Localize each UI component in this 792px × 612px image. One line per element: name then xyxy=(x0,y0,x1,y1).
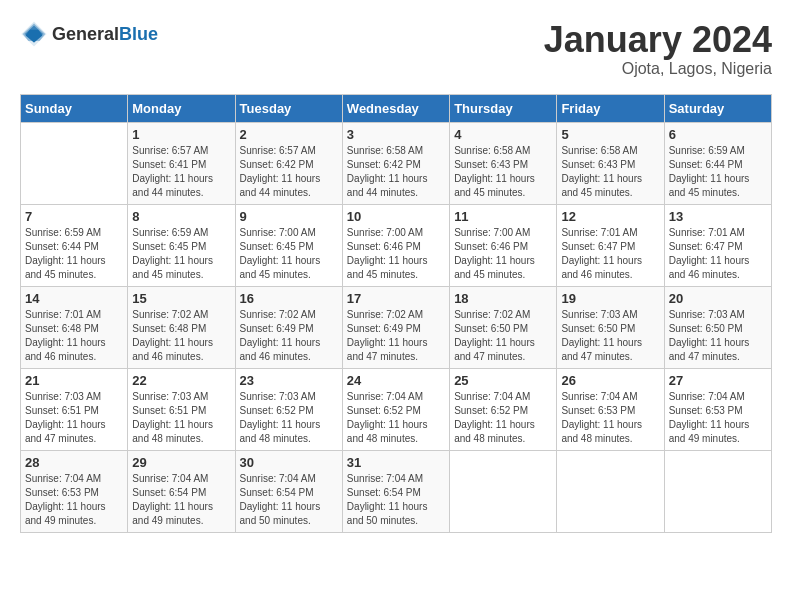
calendar-week-1: 1Sunrise: 6:57 AMSunset: 6:41 PMDaylight… xyxy=(21,122,772,204)
column-header-thursday: Thursday xyxy=(450,94,557,122)
calendar-cell: 19Sunrise: 7:03 AMSunset: 6:50 PMDayligh… xyxy=(557,286,664,368)
calendar-cell: 3Sunrise: 6:58 AMSunset: 6:42 PMDaylight… xyxy=(342,122,449,204)
day-info: Sunrise: 7:03 AMSunset: 6:51 PMDaylight:… xyxy=(132,390,230,446)
day-info: Sunrise: 7:04 AMSunset: 6:54 PMDaylight:… xyxy=(240,472,338,528)
day-number: 23 xyxy=(240,373,338,388)
day-number: 5 xyxy=(561,127,659,142)
day-info: Sunrise: 6:58 AMSunset: 6:43 PMDaylight:… xyxy=(561,144,659,200)
page-header: General Blue January 2024 Ojota, Lagos, … xyxy=(20,20,772,78)
calendar-cell: 24Sunrise: 7:04 AMSunset: 6:52 PMDayligh… xyxy=(342,368,449,450)
calendar-cell: 22Sunrise: 7:03 AMSunset: 6:51 PMDayligh… xyxy=(128,368,235,450)
day-info: Sunrise: 6:58 AMSunset: 6:42 PMDaylight:… xyxy=(347,144,445,200)
calendar-week-2: 7Sunrise: 6:59 AMSunset: 6:44 PMDaylight… xyxy=(21,204,772,286)
calendar-cell: 14Sunrise: 7:01 AMSunset: 6:48 PMDayligh… xyxy=(21,286,128,368)
day-info: Sunrise: 6:57 AMSunset: 6:42 PMDaylight:… xyxy=(240,144,338,200)
calendar-table: SundayMondayTuesdayWednesdayThursdayFrid… xyxy=(20,94,772,533)
day-number: 16 xyxy=(240,291,338,306)
day-info: Sunrise: 7:02 AMSunset: 6:50 PMDaylight:… xyxy=(454,308,552,364)
calendar-cell: 10Sunrise: 7:00 AMSunset: 6:46 PMDayligh… xyxy=(342,204,449,286)
calendar-cell: 26Sunrise: 7:04 AMSunset: 6:53 PMDayligh… xyxy=(557,368,664,450)
day-info: Sunrise: 7:03 AMSunset: 6:51 PMDaylight:… xyxy=(25,390,123,446)
day-number: 12 xyxy=(561,209,659,224)
calendar-cell: 29Sunrise: 7:04 AMSunset: 6:54 PMDayligh… xyxy=(128,450,235,532)
calendar-cell: 7Sunrise: 6:59 AMSunset: 6:44 PMDaylight… xyxy=(21,204,128,286)
day-number: 2 xyxy=(240,127,338,142)
day-info: Sunrise: 7:00 AMSunset: 6:45 PMDaylight:… xyxy=(240,226,338,282)
day-number: 30 xyxy=(240,455,338,470)
day-info: Sunrise: 7:04 AMSunset: 6:52 PMDaylight:… xyxy=(347,390,445,446)
calendar-cell: 23Sunrise: 7:03 AMSunset: 6:52 PMDayligh… xyxy=(235,368,342,450)
day-number: 7 xyxy=(25,209,123,224)
day-number: 31 xyxy=(347,455,445,470)
calendar-cell: 27Sunrise: 7:04 AMSunset: 6:53 PMDayligh… xyxy=(664,368,771,450)
day-number: 19 xyxy=(561,291,659,306)
day-info: Sunrise: 6:57 AMSunset: 6:41 PMDaylight:… xyxy=(132,144,230,200)
calendar-cell: 31Sunrise: 7:04 AMSunset: 6:54 PMDayligh… xyxy=(342,450,449,532)
day-info: Sunrise: 7:04 AMSunset: 6:54 PMDaylight:… xyxy=(132,472,230,528)
column-header-wednesday: Wednesday xyxy=(342,94,449,122)
day-number: 18 xyxy=(454,291,552,306)
calendar-cell: 17Sunrise: 7:02 AMSunset: 6:49 PMDayligh… xyxy=(342,286,449,368)
calendar-cell: 30Sunrise: 7:04 AMSunset: 6:54 PMDayligh… xyxy=(235,450,342,532)
calendar-cell xyxy=(664,450,771,532)
day-number: 14 xyxy=(25,291,123,306)
calendar-cell: 6Sunrise: 6:59 AMSunset: 6:44 PMDaylight… xyxy=(664,122,771,204)
calendar-header-row: SundayMondayTuesdayWednesdayThursdayFrid… xyxy=(21,94,772,122)
day-info: Sunrise: 6:59 AMSunset: 6:44 PMDaylight:… xyxy=(669,144,767,200)
calendar-cell: 11Sunrise: 7:00 AMSunset: 6:46 PMDayligh… xyxy=(450,204,557,286)
calendar-cell xyxy=(557,450,664,532)
column-header-friday: Friday xyxy=(557,94,664,122)
day-info: Sunrise: 7:04 AMSunset: 6:53 PMDaylight:… xyxy=(25,472,123,528)
day-number: 24 xyxy=(347,373,445,388)
day-info: Sunrise: 7:01 AMSunset: 6:47 PMDaylight:… xyxy=(561,226,659,282)
logo-general-text: General xyxy=(52,24,119,45)
day-number: 10 xyxy=(347,209,445,224)
day-number: 6 xyxy=(669,127,767,142)
calendar-title: January 2024 xyxy=(544,20,772,60)
day-info: Sunrise: 6:59 AMSunset: 6:45 PMDaylight:… xyxy=(132,226,230,282)
day-number: 22 xyxy=(132,373,230,388)
day-info: Sunrise: 7:01 AMSunset: 6:48 PMDaylight:… xyxy=(25,308,123,364)
column-header-sunday: Sunday xyxy=(21,94,128,122)
day-info: Sunrise: 7:04 AMSunset: 6:54 PMDaylight:… xyxy=(347,472,445,528)
title-block: January 2024 Ojota, Lagos, Nigeria xyxy=(544,20,772,78)
day-number: 1 xyxy=(132,127,230,142)
calendar-body: 1Sunrise: 6:57 AMSunset: 6:41 PMDaylight… xyxy=(21,122,772,532)
calendar-week-5: 28Sunrise: 7:04 AMSunset: 6:53 PMDayligh… xyxy=(21,450,772,532)
day-info: Sunrise: 7:01 AMSunset: 6:47 PMDaylight:… xyxy=(669,226,767,282)
calendar-cell: 2Sunrise: 6:57 AMSunset: 6:42 PMDaylight… xyxy=(235,122,342,204)
calendar-cell: 21Sunrise: 7:03 AMSunset: 6:51 PMDayligh… xyxy=(21,368,128,450)
day-info: Sunrise: 6:58 AMSunset: 6:43 PMDaylight:… xyxy=(454,144,552,200)
day-info: Sunrise: 7:04 AMSunset: 6:53 PMDaylight:… xyxy=(669,390,767,446)
calendar-week-3: 14Sunrise: 7:01 AMSunset: 6:48 PMDayligh… xyxy=(21,286,772,368)
day-info: Sunrise: 7:02 AMSunset: 6:49 PMDaylight:… xyxy=(240,308,338,364)
calendar-cell: 16Sunrise: 7:02 AMSunset: 6:49 PMDayligh… xyxy=(235,286,342,368)
day-info: Sunrise: 7:00 AMSunset: 6:46 PMDaylight:… xyxy=(454,226,552,282)
logo-blue-text: Blue xyxy=(119,24,158,45)
day-info: Sunrise: 7:03 AMSunset: 6:50 PMDaylight:… xyxy=(669,308,767,364)
day-number: 17 xyxy=(347,291,445,306)
day-info: Sunrise: 7:00 AMSunset: 6:46 PMDaylight:… xyxy=(347,226,445,282)
calendar-cell xyxy=(450,450,557,532)
day-info: Sunrise: 6:59 AMSunset: 6:44 PMDaylight:… xyxy=(25,226,123,282)
day-number: 25 xyxy=(454,373,552,388)
calendar-cell: 12Sunrise: 7:01 AMSunset: 6:47 PMDayligh… xyxy=(557,204,664,286)
column-header-tuesday: Tuesday xyxy=(235,94,342,122)
day-number: 28 xyxy=(25,455,123,470)
day-number: 9 xyxy=(240,209,338,224)
calendar-cell: 4Sunrise: 6:58 AMSunset: 6:43 PMDaylight… xyxy=(450,122,557,204)
calendar-subtitle: Ojota, Lagos, Nigeria xyxy=(544,60,772,78)
day-info: Sunrise: 7:03 AMSunset: 6:52 PMDaylight:… xyxy=(240,390,338,446)
logo-icon xyxy=(20,20,48,48)
day-number: 15 xyxy=(132,291,230,306)
calendar-cell: 15Sunrise: 7:02 AMSunset: 6:48 PMDayligh… xyxy=(128,286,235,368)
day-number: 26 xyxy=(561,373,659,388)
calendar-cell: 28Sunrise: 7:04 AMSunset: 6:53 PMDayligh… xyxy=(21,450,128,532)
calendar-cell: 9Sunrise: 7:00 AMSunset: 6:45 PMDaylight… xyxy=(235,204,342,286)
day-info: Sunrise: 7:02 AMSunset: 6:49 PMDaylight:… xyxy=(347,308,445,364)
column-header-monday: Monday xyxy=(128,94,235,122)
calendar-cell xyxy=(21,122,128,204)
day-number: 11 xyxy=(454,209,552,224)
day-number: 8 xyxy=(132,209,230,224)
day-number: 13 xyxy=(669,209,767,224)
